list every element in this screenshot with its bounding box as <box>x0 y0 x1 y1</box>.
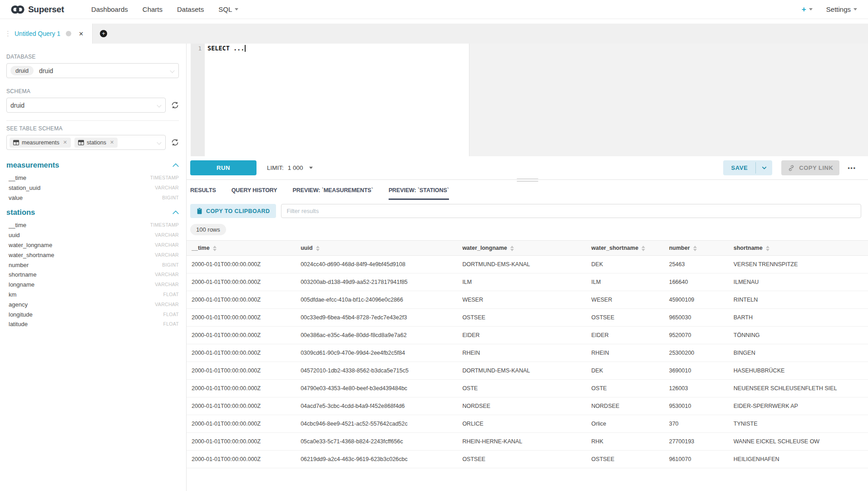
schema-table-header-stations[interactable]: stations <box>6 208 179 217</box>
sql-editor[interactable]: 1 SELECT ... <box>187 44 868 156</box>
column-name: uuid <box>9 230 20 240</box>
results-tab-preview-measurements[interactable]: PREVIEW: `MEASUREMENTS` <box>293 187 373 200</box>
column-type: VARCHAR <box>155 230 179 240</box>
drag-handle-icon[interactable]: ⋮ <box>5 30 10 38</box>
schema-select[interactable]: druid <box>6 98 166 113</box>
table-cell: EIDER <box>457 327 586 344</box>
copy-to-clipboard-label: COPY TO CLIPBOARD <box>206 208 270 214</box>
limit-dropdown[interactable]: LIMIT: 1 000 <box>267 164 313 171</box>
chevron-up-icon[interactable] <box>173 163 179 167</box>
chevron-down-icon <box>761 165 767 171</box>
column-name: value <box>9 193 23 203</box>
table-cell: RHK <box>587 433 664 451</box>
table-cell: 2000-01-01T00:00:00.000Z <box>187 415 296 433</box>
table-cell: TÖNNING <box>729 327 868 344</box>
results-tab-results[interactable]: RESULTS <box>190 187 216 200</box>
tab-untitled-query[interactable]: ⋮ Untitled Query 1 ✕ <box>0 24 93 44</box>
column-header-water_shortname[interactable]: water_shortname <box>587 241 664 256</box>
column-type: FLOAT <box>163 310 179 320</box>
table-cell: 2000-01-01T00:00:00.000Z <box>187 380 296 397</box>
sort-icon[interactable] <box>213 246 217 251</box>
new-query-tab-button[interactable]: + <box>100 30 107 37</box>
refresh-schema-icon[interactable] <box>171 101 179 109</box>
more-actions-button[interactable]: ••• <box>848 165 856 171</box>
remove-chip-icon[interactable]: ✕ <box>63 139 67 145</box>
table-cell: 00e386ac-e35c-4a6e-80dd-f8cd8a9e7a62 <box>296 327 457 344</box>
column-type: VARCHAR <box>155 300 179 310</box>
column-header-water_longname[interactable]: water_longname <box>457 241 586 256</box>
table-cell: 2000-01-01T00:00:00.000Z <box>187 362 296 380</box>
table-row: 2000-01-01T00:00:00.000Z003200ab-d138-49… <box>187 273 868 291</box>
column-header-label: uuid <box>301 245 312 251</box>
results-tab-preview-stations[interactable]: PREVIEW: `STATIONS` <box>389 187 449 200</box>
sql-code-line[interactable]: SELECT ... <box>207 45 246 52</box>
chevron-up-icon[interactable] <box>173 210 179 214</box>
column-type: VARCHAR <box>155 240 179 250</box>
sqllab-sidebar: DATABASE druid druid SCHEMA druid <box>0 44 187 491</box>
link-icon <box>788 164 795 172</box>
results-pane: RESULTSQUERY HISTORYPREVIEW: `MEASUREMEN… <box>187 180 868 491</box>
table-chip-measurements[interactable]: measurements✕ <box>10 138 71 148</box>
database-value: druid <box>39 67 53 74</box>
column-name: number <box>9 260 29 270</box>
column-header-label: water_longname <box>462 245 507 251</box>
schema-table-measurements: measurements__timeTIMESTAMPstation_uuidV… <box>6 161 179 203</box>
table-row: 2000-01-01T00:00:00.000Z0024cc40-d690-46… <box>187 256 868 273</box>
table-cell: 9530010 <box>664 397 729 415</box>
nav-item-charts[interactable]: Charts <box>143 5 163 13</box>
column-header-__time[interactable]: __time <box>187 241 296 256</box>
table-cell: 003200ab-d138-49d9-aa52-217817941f85 <box>296 273 457 291</box>
nav-item-dashboards[interactable]: Dashboards <box>91 5 128 13</box>
save-button[interactable]: SAVE <box>723 160 755 175</box>
database-select[interactable]: druid druid <box>6 63 179 78</box>
schema-value: druid <box>10 102 25 109</box>
table-row: 2000-01-01T00:00:00.000Z04790e03-4353-4e… <box>187 380 868 397</box>
table-schema-select[interactable]: measurements✕stations✕ <box>6 135 166 150</box>
save-options-button[interactable] <box>756 160 772 175</box>
refresh-tables-icon[interactable] <box>171 139 179 146</box>
schema-column-row: kmFLOAT <box>6 290 179 300</box>
column-name: km <box>9 290 16 300</box>
schema-label: SCHEMA <box>6 88 179 94</box>
navbar-right: + Settings <box>802 5 857 14</box>
schema-table-header-measurements[interactable]: measurements <box>6 161 179 169</box>
remove-chip-icon[interactable]: ✕ <box>110 139 114 145</box>
table-schema-list: measurements__timeTIMESTAMPstation_uuidV… <box>6 161 179 329</box>
new-item-menu[interactable]: + <box>802 5 813 14</box>
column-header-number[interactable]: number <box>664 241 729 256</box>
column-header-shortname[interactable]: shortname <box>729 241 868 256</box>
close-tab-icon[interactable]: ✕ <box>79 30 84 37</box>
pane-resize-handle[interactable] <box>517 179 538 182</box>
table-cell: 04cbc946-8ee9-4521-ac52-557642cad52c <box>296 415 457 433</box>
table-chip-stations[interactable]: stations✕ <box>74 138 118 148</box>
table-cell: WANNE EICKEL SCHLEUSE OW <box>729 433 868 451</box>
schema-column-row: station_uuidVARCHAR <box>6 183 179 193</box>
run-button[interactable]: RUN <box>190 160 256 175</box>
table-cell: 2000-01-01T00:00:00.000Z <box>187 327 296 344</box>
table-cell: OSTE <box>587 380 664 397</box>
table-cell: 2000-01-01T00:00:00.000Z <box>187 433 296 451</box>
sort-icon[interactable] <box>766 246 769 251</box>
results-tab-query-history[interactable]: QUERY HISTORY <box>232 187 277 200</box>
sort-icon[interactable] <box>693 246 697 251</box>
copy-to-clipboard-button[interactable]: COPY TO CLIPBOARD <box>190 204 276 218</box>
brand-name: Superset <box>28 5 64 15</box>
table-schema-label: SEE TABLE SCHEMA <box>6 125 179 132</box>
superset-brand[interactable]: Superset <box>11 5 64 15</box>
column-header-uuid[interactable]: uuid <box>296 241 457 256</box>
copy-link-button[interactable]: COPY LINK <box>781 160 839 175</box>
table-cell: ILMENAU <box>729 273 868 291</box>
table-row: 2000-01-01T00:00:00.000Z04acd7e5-3cbc-4c… <box>187 397 868 415</box>
column-name: __time <box>9 220 26 230</box>
column-type: BIGINT <box>162 193 179 203</box>
nav-item-datasets[interactable]: Datasets <box>177 5 204 13</box>
settings-menu[interactable]: Settings <box>826 5 857 13</box>
filter-results-input[interactable] <box>281 204 861 218</box>
sort-icon[interactable] <box>510 246 514 251</box>
sort-icon[interactable] <box>316 246 320 251</box>
nav-item-sql[interactable]: SQL <box>218 5 238 13</box>
column-type: VARCHAR <box>155 280 179 290</box>
sort-icon[interactable] <box>641 246 645 251</box>
column-type: FLOAT <box>163 319 179 329</box>
column-type: BIGINT <box>162 260 179 270</box>
